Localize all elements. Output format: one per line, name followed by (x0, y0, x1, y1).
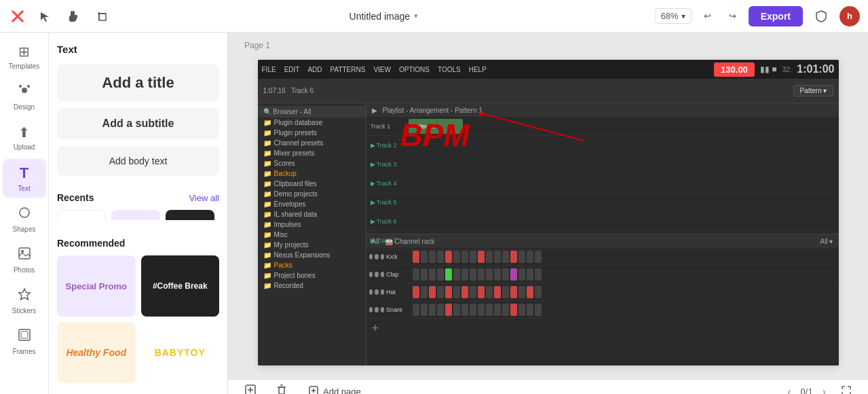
step[interactable] (510, 251, 517, 263)
step[interactable] (437, 286, 444, 298)
step[interactable] (461, 304, 468, 316)
fl-browser-packs[interactable]: 📁 Packs (258, 260, 366, 270)
fl-menu-patterns[interactable]: PATTERNS (331, 66, 366, 73)
step[interactable] (413, 304, 419, 316)
step[interactable] (453, 304, 460, 316)
add-subtitle-button[interactable]: Add a subtitle (57, 108, 219, 139)
step[interactable] (486, 268, 493, 281)
fl-browser-recorded[interactable]: 📁 Recorded (258, 281, 366, 291)
sidebar-item-text[interactable]: T Text (3, 159, 46, 198)
step[interactable] (461, 251, 468, 263)
step[interactable] (445, 251, 452, 263)
recommended-babytoy[interactable]: BABYTOY (141, 322, 220, 383)
sidebar-item-templates[interactable]: ⊞ Templates (3, 38, 46, 75)
fl-browser-impulses[interactable]: 📁 Impulses (258, 219, 366, 230)
step[interactable] (429, 251, 436, 263)
step[interactable] (478, 251, 485, 263)
step[interactable] (535, 251, 542, 263)
fl-browser-demo[interactable]: 📁 Demo projects (258, 189, 366, 199)
step[interactable] (421, 268, 428, 281)
step[interactable] (527, 251, 533, 263)
step[interactable] (453, 286, 460, 298)
step[interactable] (510, 286, 517, 298)
sidebar-item-design[interactable]: Design (3, 78, 46, 116)
step[interactable] (470, 268, 476, 281)
step[interactable] (518, 304, 525, 316)
trash-button[interactable] (270, 380, 293, 394)
step[interactable] (502, 304, 509, 316)
step[interactable] (421, 304, 428, 316)
step[interactable] (518, 268, 525, 281)
step[interactable] (486, 304, 493, 316)
sidebar-item-photos[interactable]: Photos (3, 241, 46, 279)
step[interactable] (486, 286, 493, 298)
recent-font-coffee-break[interactable]: #Coffee Brea (166, 210, 214, 220)
step[interactable] (437, 304, 444, 316)
step[interactable] (527, 268, 533, 281)
step[interactable] (527, 304, 533, 316)
recent-font-special-promo[interactable]: Special Promo (111, 210, 160, 220)
step[interactable] (478, 286, 485, 298)
step[interactable] (502, 286, 509, 298)
fl-browser-il-shared[interactable]: 📁 IL shared data (258, 209, 366, 219)
step[interactable] (478, 304, 485, 316)
shield-button[interactable] (810, 7, 833, 25)
fl-browser-backup[interactable]: 📁 Backup (258, 168, 366, 179)
sidebar-item-frames[interactable]: Frames (3, 323, 46, 361)
step[interactable] (527, 286, 533, 298)
fl-pattern-control[interactable]: Pattern ▾ (793, 85, 833, 96)
hand-tool-button[interactable] (62, 8, 84, 24)
expand-button[interactable] (835, 382, 857, 395)
redo-button[interactable]: ↪ (723, 8, 742, 24)
position-button[interactable] (239, 380, 262, 394)
sidebar-item-upload[interactable]: ⬆ Upload (3, 119, 46, 156)
fl-menu-view[interactable]: VIEW (373, 66, 391, 73)
step[interactable] (502, 268, 509, 281)
fl-browser-plugin-presets[interactable]: 📁 Plugin presets (258, 128, 366, 138)
fl-browser-misc[interactable]: 📁 Misc (258, 230, 366, 240)
add-body-button[interactable]: Add body text (57, 146, 219, 176)
step[interactable] (453, 251, 460, 263)
step[interactable] (445, 268, 452, 281)
step[interactable] (421, 251, 428, 263)
step[interactable] (518, 286, 525, 298)
crop-tool-button[interactable] (91, 8, 113, 24)
recommended-healthy-food[interactable]: Healthy Food (57, 322, 136, 383)
undo-button[interactable]: ↩ (698, 8, 717, 24)
recommended-coffee-break[interactable]: #Coffee Break (141, 255, 220, 317)
fl-menu-file[interactable]: FILE (262, 66, 276, 73)
fl-menu-help[interactable]: HELP (469, 66, 487, 73)
step[interactable] (437, 268, 444, 281)
fl-browser-channel-presets[interactable]: 📁 Channel presets (258, 138, 366, 148)
step[interactable] (445, 286, 452, 298)
step[interactable] (429, 268, 436, 281)
step[interactable] (486, 251, 493, 263)
step[interactable] (535, 268, 542, 281)
step[interactable] (461, 268, 468, 281)
step[interactable] (429, 304, 436, 316)
step[interactable] (445, 304, 452, 316)
fl-browser-envelopes[interactable]: 📁 Envelopes (258, 199, 366, 209)
fl-bpm-display[interactable]: 130.00 (714, 62, 755, 77)
fl-browser-clipboard[interactable]: 📁 Clipboard files (258, 179, 366, 189)
fl-browser-myprojects[interactable]: 📁 My projects (258, 240, 366, 250)
step[interactable] (510, 268, 517, 281)
export-button[interactable]: Export (749, 6, 803, 26)
step[interactable] (429, 286, 436, 298)
fl-browser-scores[interactable]: 📁 Scores (258, 158, 366, 168)
step[interactable] (478, 268, 485, 281)
fl-browser-mixer-presets[interactable]: 📁 Mixer presets (258, 148, 366, 158)
fl-browser-project-bones[interactable]: 📁 Project bones (258, 270, 366, 281)
recommended-special-promo[interactable]: Special Promo (57, 255, 136, 317)
step[interactable] (470, 304, 476, 316)
step[interactable] (461, 286, 468, 298)
avatar[interactable]: h (839, 6, 860, 26)
prev-page-button[interactable]: ‹ (783, 383, 795, 395)
step[interactable] (494, 268, 501, 281)
sidebar-item-shapes[interactable]: Shapes (3, 200, 46, 238)
recent-font-holiday[interactable]: Holiday (57, 210, 106, 220)
step[interactable] (510, 304, 517, 316)
fl-add-channel-button[interactable]: + (372, 321, 379, 335)
step[interactable] (413, 268, 419, 281)
select-tool-button[interactable] (34, 8, 56, 24)
